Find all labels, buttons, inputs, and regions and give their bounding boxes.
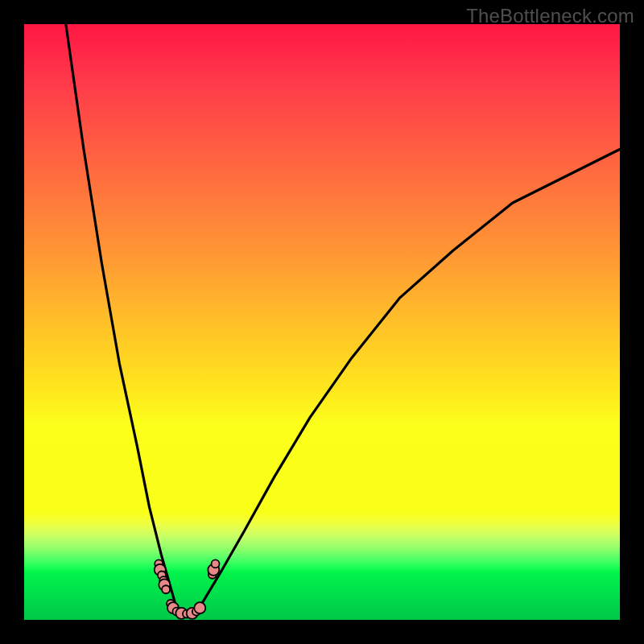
chart-stage: TheBottleneck.com [0,0,644,644]
chart-svg [24,24,620,620]
plot-area [24,24,620,620]
svg-point-5 [162,585,170,593]
svg-point-16 [212,559,220,568]
svg-point-13 [194,602,205,613]
bottleneck-curve [66,24,620,617]
